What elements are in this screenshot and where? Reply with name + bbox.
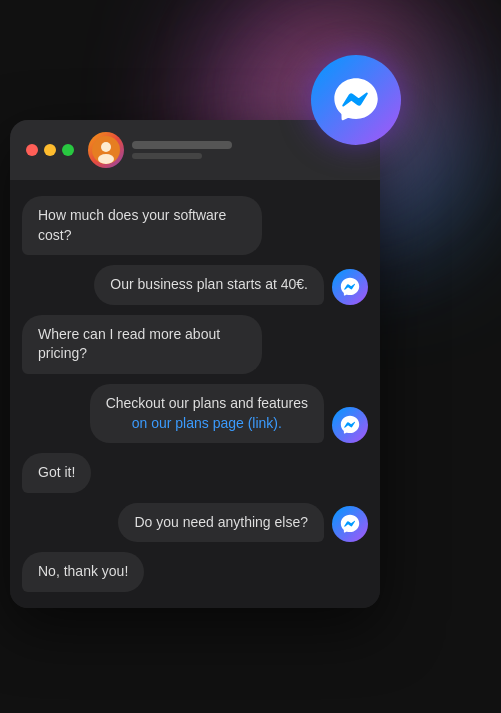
- message-row: Where can I read more about pricing?: [22, 315, 368, 374]
- message-row: Do you need anything else?: [22, 503, 368, 543]
- chat-window: How much does your software cost? Our bu…: [10, 120, 380, 608]
- bot-avatar: [332, 269, 368, 305]
- contact-status: [132, 153, 202, 159]
- message-row: Checkout our plans and features on our p…: [22, 384, 368, 443]
- bubble-bot: Do you need anything else?: [118, 503, 324, 543]
- maximize-dot: [62, 144, 74, 156]
- bubble-bot: Checkout our plans and features on our p…: [90, 384, 324, 443]
- messenger-icon: [311, 55, 401, 145]
- message-row: How much does your software cost?: [22, 196, 368, 255]
- svg-point-1: [101, 142, 111, 152]
- message-row: Our business plan starts at 40€.: [22, 265, 368, 305]
- contact-info: [132, 141, 232, 159]
- bot-avatar: [332, 407, 368, 443]
- minimize-dot: [44, 144, 56, 156]
- bubble-user: Where can I read more about pricing?: [22, 315, 262, 374]
- contact-avatar: [88, 132, 124, 168]
- chat-body: How much does your software cost? Our bu…: [10, 180, 380, 608]
- plans-link[interactable]: on our plans page (link).: [132, 415, 282, 431]
- bubble-user: No, thank you!: [22, 552, 144, 592]
- scene: How much does your software cost? Our bu…: [0, 0, 501, 713]
- bubble-user: Got it!: [22, 453, 91, 493]
- close-dot: [26, 144, 38, 156]
- bot-avatar: [332, 506, 368, 542]
- contact-name: [132, 141, 232, 149]
- traffic-lights: [26, 144, 74, 156]
- svg-point-2: [98, 154, 114, 164]
- message-row: No, thank you!: [22, 552, 368, 592]
- bubble-user: How much does your software cost?: [22, 196, 262, 255]
- bubble-bot: Our business plan starts at 40€.: [94, 265, 324, 305]
- message-row: Got it!: [22, 453, 368, 493]
